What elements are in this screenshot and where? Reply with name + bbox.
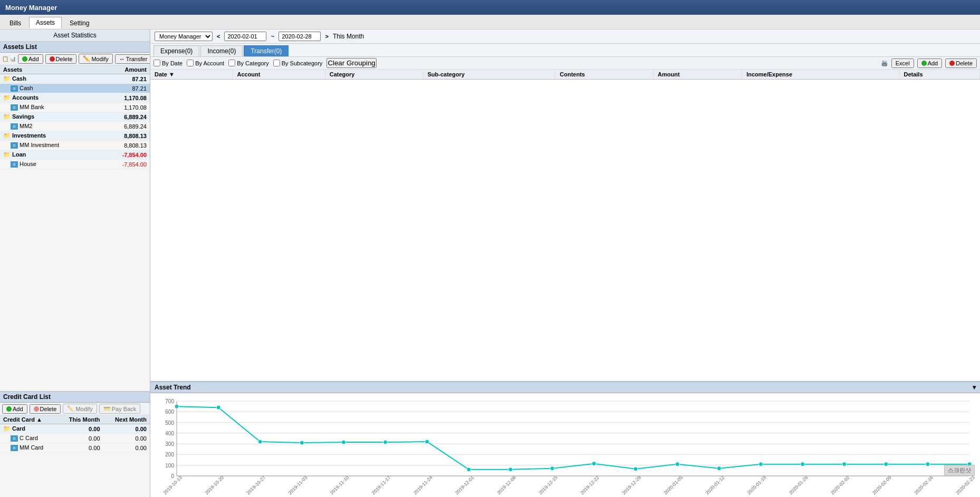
group-by-subcategory[interactable]: By Subcategory [273, 60, 323, 66]
svg-text:400: 400 [165, 431, 174, 436]
account-select[interactable]: Money Manager [155, 32, 213, 41]
watermark: 스크린샷 [944, 465, 975, 476]
assets-toolbar: 📋📊 Add Delete ✏️Modify ↔️Transfer [0, 53, 150, 65]
svg-text:2020-01-26: 2020-01-26 [788, 475, 809, 496]
add-button[interactable]: Add [917, 59, 943, 68]
svg-point-43 [467, 467, 471, 472]
credit-group-next: 0.00 [103, 424, 150, 434]
next-period-button[interactable]: > [325, 33, 328, 40]
assets-table: Assets Amount 📁Cash 87.21 ≡Cash 87.21 📁A… [0, 65, 150, 169]
asset-child-amount: 6,889.24 [100, 122, 150, 131]
credit-list-title: Credit Card List [0, 392, 150, 403]
asset-child-row[interactable]: ≡MM Bank 1,170.08 [0, 103, 150, 112]
content-tab-area: Expense(0) Income(0) Transfer(0) [150, 44, 980, 57]
svg-point-50 [758, 462, 763, 466]
trend-collapse-icon[interactable]: ▾ [973, 384, 976, 391]
asset-child-name: ≡MM Bank [0, 103, 100, 112]
asset-group-row[interactable]: 📁Loan -7,854.00 [0, 150, 150, 160]
credit-payback-button[interactable]: 💳Pay Back [99, 404, 140, 414]
trend-header: Asset Trend ▾ [150, 382, 980, 393]
group-by-category[interactable]: By Category [228, 60, 269, 66]
date-to-input[interactable] [278, 32, 321, 41]
assets-section: Assets List 📋📊 Add Delete ✏️Modify ↔️Tra… [0, 42, 150, 392]
svg-text:2020-02-16: 2020-02-16 [913, 475, 934, 496]
svg-text:700: 700 [165, 398, 174, 404]
credit-group-name: 📁Card [0, 424, 57, 434]
tab-income[interactable]: Income(0) [200, 45, 243, 56]
svg-text:2019-12-01: 2019-12-01 [454, 475, 475, 496]
credit-child-this: 0.00 [57, 434, 103, 443]
asset-trend-panel: Asset Trend ▾ 70060050040030020010002019… [150, 381, 980, 497]
excel-button[interactable]: Excel [891, 59, 914, 68]
date-separator: ~ [271, 33, 274, 40]
credit-section: Credit Card List Add Delete ✏️Modify 💳Pa… [0, 392, 150, 497]
credit-delete-button[interactable]: Delete [30, 404, 61, 414]
svg-text:2019-11-24: 2019-11-24 [412, 475, 434, 496]
asset-child-row[interactable]: ≡House -7,854.00 [0, 160, 150, 169]
asset-child-name: ≡House [0, 160, 100, 169]
asset-statistics-header: Asset Statistics [0, 30, 150, 42]
asset-group-row[interactable]: 📁Accounts 1,170.08 [0, 93, 150, 103]
tab-setting[interactable]: Setting [63, 17, 96, 28]
asset-group-amount: 6,889.24 [100, 112, 150, 122]
svg-text:2019-10-27: 2019-10-27 [246, 475, 267, 496]
tab-assets[interactable]: Assets [29, 17, 62, 28]
svg-point-47 [633, 467, 638, 471]
svg-text:2019-12-22: 2019-12-22 [579, 475, 600, 496]
clear-grouping-button[interactable]: Clear Grouping [326, 58, 376, 68]
tab-bills[interactable]: Bills [3, 17, 28, 28]
svg-point-41 [383, 440, 388, 444]
left-panel: Asset Statistics Assets List 📋📊 Add Dele… [0, 30, 150, 497]
credit-list: Credit Card ▲ This Month Next Month 📁Car… [0, 415, 150, 453]
credit-child-this: 0.00 [57, 443, 103, 453]
trend-chart: 70060050040030020010002019-10-132019-10-… [150, 393, 980, 497]
right-panel: Money Manager < ~ > This Month Expense(0… [150, 30, 980, 497]
asset-group-row[interactable]: 📁Investments 8,808.13 [0, 131, 150, 141]
tab-expense[interactable]: Expense(0) [153, 45, 199, 56]
trend-title: Asset Trend [155, 384, 191, 391]
svg-point-53 [884, 462, 888, 466]
credit-child-row[interactable]: ≡C Card 0.00 0.00 [0, 434, 150, 443]
asset-child-row[interactable]: ≡Cash 87.21 [0, 84, 150, 93]
svg-text:100: 100 [165, 463, 174, 469]
delete-button[interactable]: Delete [945, 59, 977, 68]
credit-child-row[interactable]: ≡MM Card 0.00 0.00 [0, 443, 150, 453]
assets-transfer-button[interactable]: ↔️Transfer [115, 54, 150, 64]
credit-table: Credit Card ▲ This Month Next Month 📁Car… [0, 415, 150, 453]
group-by-date[interactable]: By Date [153, 60, 182, 66]
col-details: Details [899, 70, 980, 80]
assets-delete-button[interactable]: Delete [45, 54, 77, 64]
asset-group-amount: 8,808.13 [100, 131, 150, 141]
asset-group-amount: -7,854.00 [100, 150, 150, 160]
asset-group-row[interactable]: 📁Savings 6,889.24 [0, 112, 150, 122]
prev-period-button[interactable]: < [217, 33, 220, 40]
svg-point-39 [300, 441, 304, 445]
asset-child-amount: 8,808.13 [100, 141, 150, 150]
svg-point-38 [258, 440, 262, 444]
col-this-month: This Month [57, 415, 103, 424]
credit-child-next: 0.00 [103, 434, 150, 443]
assets-modify-button[interactable]: ✏️Modify [79, 54, 112, 64]
asset-child-amount: 1,170.08 [100, 103, 150, 112]
date-from-input[interactable] [224, 32, 266, 41]
svg-text:500: 500 [165, 420, 174, 426]
col-income-expense: Income/Expense [742, 70, 899, 80]
svg-point-46 [592, 462, 596, 466]
data-table: Date ▼ Account Category Sub-category Con… [150, 70, 980, 80]
credit-modify-button[interactable]: ✏️Modify [63, 404, 97, 414]
asset-child-row[interactable]: ≡MM Investment 8,808.13 [0, 141, 150, 150]
asset-child-row[interactable]: ≡MM2 6,889.24 [0, 122, 150, 131]
credit-group-row[interactable]: 📁Card 0.00 0.00 [0, 424, 150, 434]
svg-text:2020-02-23: 2020-02-23 [955, 475, 976, 496]
credit-add-button[interactable]: Add [2, 404, 27, 414]
right-toolbar: 🖨️ Excel Add Delete [881, 59, 977, 68]
assets-add-button[interactable]: Add [18, 54, 43, 64]
credit-child-next: 0.00 [103, 443, 150, 453]
col-credit-card: Credit Card ▲ [0, 415, 57, 424]
asset-group-row[interactable]: 📁Cash 87.21 [0, 74, 150, 84]
svg-text:2020-02-09: 2020-02-09 [871, 475, 892, 496]
group-by-account[interactable]: By Account [187, 60, 224, 66]
tab-transfer[interactable]: Transfer(0) [244, 45, 289, 56]
asset-child-name: ≡Cash [0, 84, 100, 93]
svg-text:2019-11-03: 2019-11-03 [287, 475, 309, 496]
